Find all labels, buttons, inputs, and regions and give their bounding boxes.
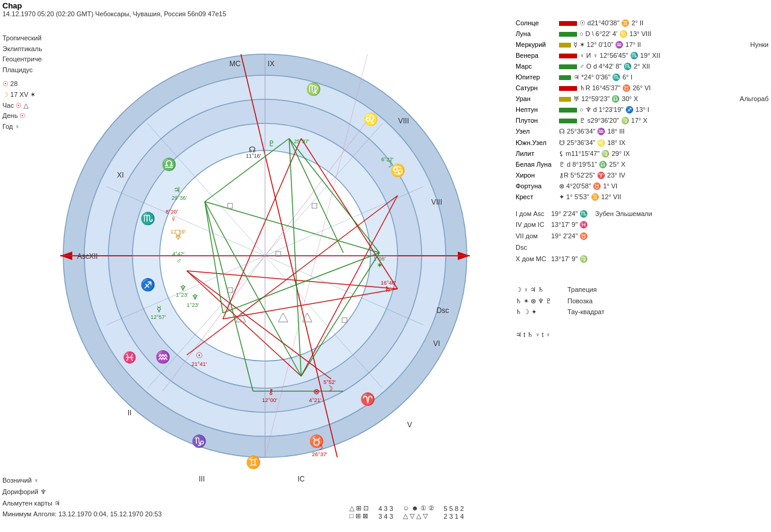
- svg-text:5°52': 5°52': [323, 379, 336, 385]
- planet-row-11: Южн.Узел☋ 25°36'34" ♌ 18° IX: [516, 138, 769, 148]
- house-7-label: VII дом Dsc: [516, 230, 549, 253]
- house-label-V: V: [407, 421, 412, 429]
- svg-text:♎: ♎: [161, 157, 176, 172]
- face-label-1: ☺ ☻ ① ②: [403, 504, 444, 512]
- pattern-3-symbols: ♄ ☽ ✦: [516, 306, 564, 318]
- planet-name-13: Белая Луна: [516, 159, 559, 170]
- svg-text:21°41': 21°41': [192, 361, 207, 367]
- house-4-label: IV дом IC: [516, 219, 549, 230]
- svg-text:♊: ♊: [246, 455, 261, 469]
- planet-name-0: Солнце: [516, 18, 559, 28]
- planet-row-15: Фортуна⊗ 4°20'58" ♉ 1° VI: [516, 181, 769, 191]
- planet-bar-3: [559, 54, 577, 58]
- planet-bar-8: [559, 108, 577, 113]
- planet-name-4: Марс: [516, 61, 559, 72]
- planet-name-9: Плутон: [516, 116, 559, 126]
- planet-data-3: ♀ И ♀ 12°56'45" ♏ 19° XII: [579, 51, 769, 61]
- svg-text:☉: ☉: [196, 351, 203, 360]
- planet-name-5: Юпитер: [516, 72, 559, 82]
- vozn: Возничий ♀: [2, 475, 161, 486]
- planet-bar-6: [559, 86, 577, 91]
- svg-text:8°20': 8°20': [166, 209, 178, 215]
- planet-data-14: ⚷R 5°52'25" ♈ 23° IV: [559, 170, 769, 181]
- planet-data-4: ♂ О d 4°42' 8" ♏ 2° XII: [579, 61, 769, 72]
- svg-text:25°37': 25°37': [294, 138, 310, 144]
- planet-data-9: ♇ s29°36'20" ♍ 17° X: [579, 116, 769, 126]
- svg-text:♂: ♂: [176, 256, 182, 265]
- house-row-7: VII дом Dsc 19° 2'24" ♉: [516, 230, 769, 253]
- planets-list: Солнце☉ d21°40'38" ♊ 2° IIЛуна○ D \ 6°22…: [516, 18, 769, 202]
- svg-text:♈: ♈: [360, 392, 375, 406]
- planet-data-11: ☋ 25°36'34" ♌ 18° IX: [559, 138, 769, 148]
- dor: Дорифорий ♆: [2, 486, 161, 498]
- svg-text:26°37': 26°37': [312, 451, 328, 457]
- svg-text:☿: ☿: [157, 305, 161, 314]
- svg-text:29°36': 29°36': [172, 195, 187, 201]
- face-val-1: 5 5 8 2: [444, 504, 464, 512]
- house-1-data: 19° 2'24" ♏: [551, 208, 588, 220]
- tri-val-1: 2 3 1 4: [444, 512, 464, 520]
- house-label-IC: IC: [298, 475, 305, 483]
- planet-name-3: Венера: [516, 51, 559, 61]
- planet-data-10: ☊ 25°36'34" ♒ 18° III: [559, 126, 769, 137]
- svg-text:1°06': 1°06': [373, 256, 386, 262]
- house-label-VIII: VIII: [398, 117, 409, 125]
- house-label-XI: XI: [117, 171, 123, 179]
- planet-name-6: Сатурн: [516, 83, 559, 93]
- svg-text:♒: ♒: [155, 350, 170, 364]
- svg-text:☽: ☽: [326, 384, 333, 393]
- planet-name-15: Фортуна: [516, 181, 559, 191]
- svg-text:♄: ♄: [384, 285, 392, 294]
- pattern-empty: [516, 271, 769, 283]
- planet-row-16: Крест✦ 1° 5'53" ♊ 12° VII: [516, 192, 769, 202]
- planet-name-8: Нептун: [516, 105, 559, 115]
- house-label-XII: XII: [89, 252, 98, 261]
- planet-row-0: Солнце☉ d21°40'38" ♊ 2° II: [516, 18, 769, 28]
- planet-data-0: ☉ d21°40'38" ♊ 2° II: [579, 18, 769, 28]
- planet-name-12: Лилит: [516, 149, 559, 159]
- svg-text:16°46': 16°46': [381, 280, 396, 286]
- square-val-1: 3 4 3: [378, 512, 402, 520]
- chart-container: ♈ ♉ ♊ ♋ ♌ ♍ ♎ ♏ ♐ ♑ ♒ ♓ XII X: [42, 18, 488, 487]
- planet-data-15: ⊗ 4°20'58" ♉ 1° VI: [559, 181, 769, 191]
- svg-text:♑: ♑: [192, 434, 207, 448]
- planet-name-2: Меркурий: [516, 40, 559, 50]
- planet-name-1: Луна: [516, 29, 559, 39]
- planet-data-7: ♅ 12°59'23" ♎ 30° X: [573, 94, 735, 104]
- house-1-label: I дом Asc: [516, 208, 549, 220]
- svg-text:12°00': 12°00': [262, 397, 278, 403]
- planet-bar-0: [559, 21, 577, 26]
- svg-text:♍: ♍: [306, 82, 321, 96]
- square-label-1: □ ⊞ ⊠: [349, 512, 378, 520]
- svg-text:12°57': 12°57': [151, 314, 166, 320]
- planet-data-13: ♇ d 8°19'51" ♎ 25° X: [559, 159, 769, 170]
- planet-row-14: Хирон⚷R 5°52'25" ♈ 23° IV: [516, 170, 769, 181]
- planet-row-3: Венера♀ И ♀ 12°56'45" ♏ 19° XII: [516, 51, 769, 61]
- planet-bar-4: [559, 64, 577, 69]
- planet-name-16: Крест: [516, 192, 559, 202]
- house-label-III: III: [199, 475, 205, 483]
- pattern-3-name: Тау-квадрат: [567, 306, 604, 318]
- astro-chart: ♈ ♉ ♊ ♋ ♌ ♍ ♎ ♏ ♐ ♑ ♒ ♓ XII X: [42, 18, 488, 487]
- planet-data-2: ☿ ✶ 12° 0'10" ♒ 17° II: [573, 40, 746, 50]
- svg-text:♏: ♏: [140, 211, 155, 226]
- pattern-2-name: Повозка: [567, 295, 593, 307]
- planet-extra-7: Альгораб: [740, 94, 769, 104]
- svg-text:⚷: ⚷: [268, 387, 274, 396]
- pattern-1: ☽ ♀ ♃ ♄ Трапеция: [516, 284, 769, 295]
- svg-text:♇: ♇: [268, 139, 275, 148]
- house-row-1: I дом Asc 19° 2'24" ♏ Зубен Эльшемали: [516, 208, 769, 220]
- header: Chap 14.12.1970 05:20 (02:20 GMT) Чебокс…: [2, 1, 226, 17]
- house-row-10: X дом MC 13°17' 9" ♍: [516, 253, 769, 265]
- planet-row-10: Узел☊ 25°36'34" ♒ 18° III: [516, 126, 769, 137]
- pattern-2-symbols: ♄ ✶ ⊗ ♆ ♇: [516, 295, 564, 307]
- house-label-IX: IX: [267, 60, 274, 68]
- house-label-VII: Dsc: [437, 306, 449, 315]
- min: Минимум Алголя: 13.12.1970 0:04, 15.12.1…: [2, 509, 161, 520]
- svg-text:♆: ♆: [192, 292, 199, 302]
- svg-text:6°22': 6°22': [381, 156, 394, 162]
- svg-text:4°42': 4°42': [172, 251, 185, 257]
- svg-text:♌: ♌: [363, 112, 378, 126]
- alm: Альмутен карты ♃: [2, 498, 161, 509]
- planet-bar-2: [559, 43, 571, 48]
